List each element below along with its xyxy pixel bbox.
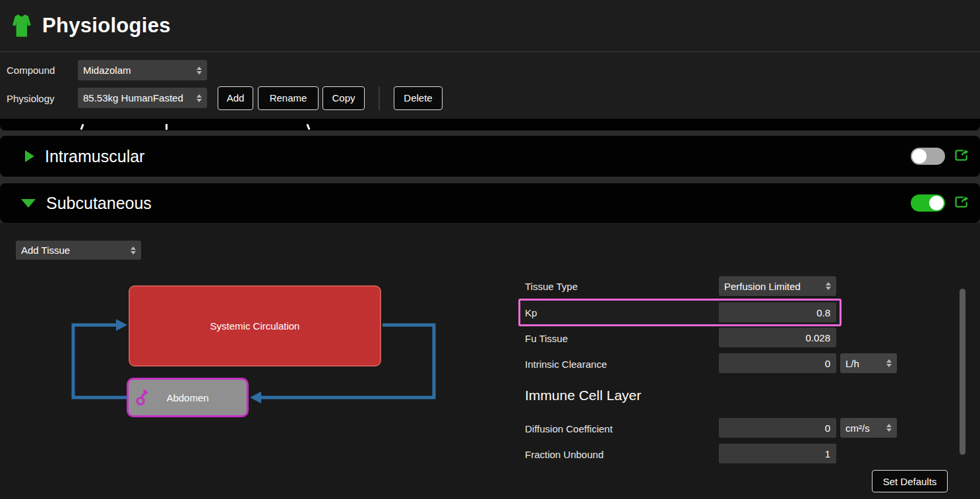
fu-tissue-input[interactable] [719,328,836,347]
spinner-icon [886,424,892,432]
diffusion-unit-value: cm²/s [845,423,882,434]
compound-select-value: Midazolam [83,65,193,76]
tissue-type-select-value: Perfusion Limited [724,281,822,292]
partial-section-header[interactable] [0,119,980,131]
abdomen-tissue-node[interactable]: Abdomen [127,378,249,417]
subcutaneous-panel: Add Tissue Systemic Circulation [0,223,980,499]
clipped-text-fragment [166,124,168,130]
clipped-text-fragment [80,124,84,130]
set-defaults-button[interactable]: Set Defaults [872,470,948,492]
injection-site-icon [135,389,150,409]
diffusion-unit-select[interactable]: cm²/s [840,418,897,438]
physiologies-window: Physiologies Compound Midazolam Physiolo… [0,0,980,499]
toolbar: Compound Midazolam Physiology 85.53kg Hu… [0,53,980,119]
intrinsic-clearance-input[interactable] [719,353,836,373]
toggle-knob [912,149,927,163]
toggle-knob [929,196,944,210]
chevron-right-icon[interactable] [25,150,34,162]
fu-tissue-label: Fu Tissue [525,333,568,344]
fraction-unbound-label: Fraction Unbound [525,449,603,460]
section-intramuscular[interactable]: Intramuscular [0,136,980,177]
intrinsic-clearance-unit-value: L/h [845,358,882,369]
physiology-label: Physiology [7,93,55,104]
kp-input[interactable] [719,303,836,322]
spinner-icon [197,67,202,74]
physiology-select[interactable]: 85.53kg HumanFasted [78,88,207,108]
kp-label: Kp [525,307,537,318]
section-subcutaneous-title: Subcutaneous [46,194,152,213]
diffusion-coefficient-label: Diffusion Coefficient [525,423,613,434]
section-subcutaneous[interactable]: Subcutaneous [0,183,980,223]
page-title: Physiologies [42,14,171,38]
tissue-type-label: Tissue Type [525,281,578,292]
section-intramuscular-title: Intramuscular [45,147,144,166]
rename-button[interactable]: Rename [258,86,319,110]
compound-label: Compound [7,65,55,76]
spinner-icon [886,359,892,367]
toolbar-divider [379,86,380,110]
vertical-scrollbar-thumb[interactable] [960,289,965,455]
clipped-text-fragment [306,124,310,130]
compound-select[interactable]: Midazolam [78,60,207,80]
abdomen-label: Abdomen [166,392,208,403]
section-stack: Intramuscular Subcutaneous [0,119,980,223]
app-header: Physiologies [0,0,980,52]
spinner-icon [197,94,202,102]
systemic-circulation-label: Systemic Circulation [210,320,300,332]
chevron-down-icon[interactable] [21,199,36,208]
subcutaneous-toggle[interactable] [911,194,945,212]
add-button[interactable]: Add [218,86,253,110]
fraction-unbound-input[interactable] [719,444,836,463]
open-external-icon[interactable] [954,196,969,211]
systemic-circulation-node[interactable]: Systemic Circulation [129,285,381,367]
diffusion-coefficient-input[interactable] [719,418,836,438]
spinner-icon [826,282,831,290]
physiology-select-value: 85.53kg HumanFasted [83,92,193,103]
intrinsic-clearance-unit-select[interactable]: L/h [840,353,897,373]
open-external-icon[interactable] [954,149,969,164]
intrinsic-clearance-label: Intrinsic Clearance [525,359,607,370]
physiology-body-icon [9,11,36,41]
tissue-type-select[interactable]: Perfusion Limited [719,276,836,296]
copy-button[interactable]: Copy [322,86,365,110]
intramuscular-toggle[interactable] [911,148,945,165]
immune-cell-layer-heading: Immune Cell Layer [525,388,641,403]
delete-button[interactable]: Delete [394,86,443,110]
